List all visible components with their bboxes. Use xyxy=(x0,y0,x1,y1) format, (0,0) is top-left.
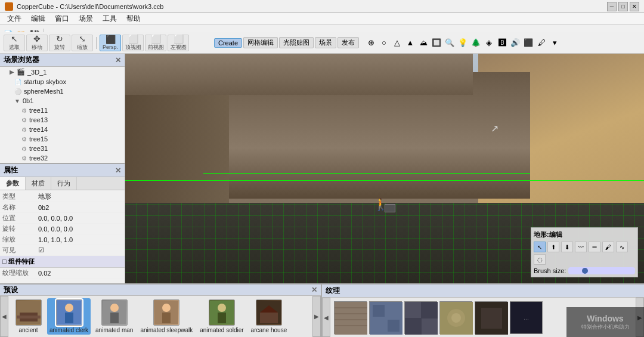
tool-select[interactable]: ↖ 选取 xyxy=(4,35,25,51)
tool-persp[interactable]: ⬛ Persp. xyxy=(100,35,121,51)
preset-thumb-ancient xyxy=(16,299,42,326)
properties-close[interactable]: ✕ xyxy=(115,166,121,175)
prop-tex-scale[interactable]: 纹理缩放 0.02 xyxy=(0,268,125,279)
minimize-button[interactable]: ─ xyxy=(607,2,617,11)
presets-close[interactable]: ✕ xyxy=(311,286,317,294)
tree-item-tree15[interactable]: ⚙ tree15 xyxy=(0,134,125,144)
tree-item-sphere[interactable]: ⚪ sphereMesh1 xyxy=(0,86,125,96)
create-btn-13[interactable]: ⬛ xyxy=(522,37,534,49)
create-btn-10[interactable]: ◈ xyxy=(483,37,495,49)
close-button[interactable]: ✕ xyxy=(630,2,639,11)
prop-scale[interactable]: 缩放 1.0, 1.0, 1.0 xyxy=(0,234,125,245)
tree-item-tree11[interactable]: ⚙ tree11 xyxy=(0,106,125,115)
create-btn-4[interactable]: ▲ xyxy=(404,37,416,49)
create-toolbar: ⊕ ○ △ ▲ ⛰ 🔲 🔍 💡 🌲 ◈ 🅱 🔊 ⬛ 🖊 ▾ xyxy=(365,37,561,49)
texture-1[interactable] xyxy=(334,301,367,334)
presets-title: 预设 xyxy=(4,285,18,295)
props-tab-behavior[interactable]: 行为 xyxy=(51,177,77,190)
tool-top[interactable]: ⬜ 顶视图 xyxy=(122,35,144,51)
tool-rotate[interactable]: ↻ 旋转 xyxy=(49,35,70,51)
menu-tools[interactable]: 工具 xyxy=(98,13,122,25)
texture-3[interactable] xyxy=(404,301,437,334)
tree-item-tree31[interactable]: ⚙ tree31 xyxy=(0,144,125,153)
presets-section: 预设 ✕ ◀ ancient animated clerk xyxy=(0,285,322,337)
tool-front[interactable]: ⬜ 前视图 xyxy=(145,35,166,51)
app-icon xyxy=(5,2,13,11)
tree-item-3d1[interactable]: ▶ 🎬 _3D_1 xyxy=(0,67,125,77)
tab-scene[interactable]: 场景 xyxy=(315,37,336,48)
preset-animated-soldier[interactable]: animated soldier xyxy=(197,298,246,335)
texture-4[interactable] xyxy=(439,301,472,334)
te-tool-flatten[interactable]: ═ xyxy=(589,242,600,252)
te-brush-slider[interactable] xyxy=(568,267,635,274)
tool-scale[interactable]: ⤡ 缩放 xyxy=(72,35,93,51)
create-btn-12[interactable]: 🔊 xyxy=(509,37,521,49)
preset-ancient[interactable]: ancient xyxy=(12,298,45,335)
te-tool-raise[interactable]: ⬆ xyxy=(547,242,559,252)
menu-edit[interactable]: 编辑 xyxy=(26,13,50,25)
tree-item-skybox[interactable]: 📄 startup skybox xyxy=(0,77,125,86)
prop-position[interactable]: 位置 0.0, 0.0, 0.0 xyxy=(0,213,125,224)
tab-lightmap[interactable]: 光照贴图 xyxy=(279,37,314,48)
te-tool-paint[interactable]: 🖌 xyxy=(602,242,614,252)
prop-rotation[interactable]: 旋转 0.0, 0.0, 0.0 xyxy=(0,224,125,234)
props-tab-params[interactable]: 参数 xyxy=(0,177,26,190)
create-btn-9[interactable]: 🌲 xyxy=(470,37,482,49)
preset-thumb-sleepwalk xyxy=(153,299,179,326)
menu-help[interactable]: 帮助 xyxy=(122,13,145,25)
texture-5[interactable] xyxy=(475,301,507,334)
create-btn-11[interactable]: 🅱 xyxy=(496,37,508,49)
scene-browser: 场景浏览器 ✕ ▶ 🎬 _3D_1 📄 startup skybox ⚪ sph… xyxy=(0,54,125,164)
tab-publish[interactable]: 发布 xyxy=(338,37,359,48)
te-tool-lower[interactable]: ⬇ xyxy=(561,242,573,252)
preset-arcane-house[interactable]: arcane house xyxy=(249,298,290,335)
props-tab-material[interactable]: 材质 xyxy=(26,177,51,190)
te-tool-noise[interactable]: ∿ xyxy=(616,242,628,252)
bottom-panel: 预设 ✕ ◀ ancient animated clerk xyxy=(0,283,644,337)
create-btn-6[interactable]: 🔲 xyxy=(431,37,442,49)
create-btn-2[interactable]: ○ xyxy=(378,37,390,49)
te-tool-arrow[interactable]: ↖ xyxy=(534,242,546,252)
te-tool-erase[interactable]: ◌ xyxy=(534,254,546,265)
prop-visible[interactable]: 可见 ☑ xyxy=(0,245,125,256)
tree-item-ob1[interactable]: ▼ 0b1 xyxy=(0,96,125,106)
tab-create[interactable]: Create xyxy=(214,38,242,48)
presets-scroll-left[interactable]: ◀ xyxy=(0,296,8,337)
texture-2[interactable] xyxy=(369,301,402,334)
create-btn-5[interactable]: ⛰ xyxy=(417,37,429,49)
tree-item-tree14[interactable]: ⚙ tree14 xyxy=(0,125,125,134)
vp-hline xyxy=(125,180,644,181)
tree-item-tree13[interactable]: ⚙ tree13 xyxy=(0,115,125,125)
preset-animated-sleepwalk[interactable]: animated sleepwalk xyxy=(138,298,195,335)
svg-point-31 xyxy=(451,313,461,323)
title-bar: CopperCube - C:\Users\dell\Documents\wor… xyxy=(0,0,644,13)
maximize-button[interactable]: □ xyxy=(618,2,628,11)
create-btn-14[interactable]: 🖊 xyxy=(535,37,547,49)
preset-animated-clerk[interactable]: animated clerk xyxy=(47,298,91,335)
svg-rect-11 xyxy=(162,313,171,323)
viewport[interactable]: 🚶 ↗ 地形:编辑 ↖ ⬆ ⬇ 〰 ═ 🖌 ∿ ◌ Brush size: xyxy=(125,54,644,283)
preset-label-sleepwalk: animated sleepwalk xyxy=(140,327,193,333)
prop-section-components: □ 组件特征 xyxy=(0,256,125,268)
tree-item-tree32[interactable]: ⚙ tree32 xyxy=(0,153,125,163)
menu-file[interactable]: 文件 xyxy=(2,13,26,25)
te-tool-smooth[interactable]: 〰 xyxy=(575,242,587,252)
menu-window[interactable]: 窗口 xyxy=(50,13,74,25)
create-btn-1[interactable]: ⊕ xyxy=(365,37,377,49)
tab-mesh-edit[interactable]: 网格编辑 xyxy=(243,37,278,48)
create-btn-more[interactable]: ▾ xyxy=(549,37,561,49)
vp-object-box xyxy=(385,204,395,212)
create-btn-7[interactable]: 🔍 xyxy=(444,37,456,49)
scene-browser-close[interactable]: ✕ xyxy=(115,56,121,64)
tool-left[interactable]: ⬜ 左视图 xyxy=(168,35,189,51)
texture-6[interactable]: ... xyxy=(510,301,543,334)
create-btn-8[interactable]: 💡 xyxy=(457,37,469,49)
tool-move[interactable]: ✥ 移动 xyxy=(26,35,48,51)
textures-scroll-left[interactable]: ◀ xyxy=(322,298,330,337)
preset-label-ancient: ancient xyxy=(18,327,38,333)
create-btn-3[interactable]: △ xyxy=(391,37,403,49)
presets-scroll-right[interactable]: ▶ xyxy=(312,296,321,337)
preset-animated-man[interactable]: animated man xyxy=(93,298,135,335)
prop-name[interactable]: 名称 0b2 xyxy=(0,202,125,213)
menu-scene[interactable]: 场景 xyxy=(74,13,98,25)
